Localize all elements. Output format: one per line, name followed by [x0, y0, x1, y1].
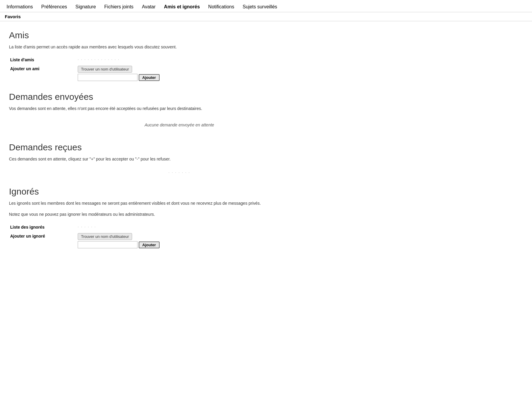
nav-favoris[interactable]: Favoris: [3, 13, 22, 20]
secondary-navigation: Favoris: [0, 12, 532, 21]
ignores-title: Ignorés: [9, 186, 350, 197]
nav-fichiers-joints[interactable]: Fichiers joints: [101, 2, 137, 12]
section-ignores: Ignorés Les ignorés sont les membres don…: [9, 186, 350, 250]
nav-sujets-surveilles[interactable]: Sujets surveillés: [239, 2, 281, 12]
nav-amis-et-ignores[interactable]: Amis et ignorés: [160, 2, 204, 12]
nav-avatar[interactable]: Avatar: [138, 2, 159, 12]
main-content: Amis La liste d'amis permet un accès rap…: [0, 21, 359, 265]
demandes-envoyees-title: Demandes envoyées: [9, 92, 350, 102]
liste-amis-label: Liste d'amis: [10, 57, 34, 62]
section-amis: Amis La liste d'amis permet un accès rap…: [9, 30, 350, 83]
top-navigation: Informations Préférences Signature Fichi…: [0, 0, 532, 12]
demandes-recues-placeholder: · · · · · · ·: [9, 167, 350, 178]
ajouter-ignore-row: Ajouter un ignoré Trouver un nom d'utili…: [9, 231, 350, 250]
amis-form-table: Liste d'amis · · · · · · · · · · · · · A…: [9, 55, 350, 83]
amis-description: La liste d'amis permet un accès rapide a…: [9, 44, 350, 50]
ajouter-ignore-label: Ajouter un ignoré: [10, 234, 45, 238]
liste-ignores-label: Liste des ignorés: [10, 225, 45, 230]
liste-ignores-value: · · · · · ·: [78, 224, 96, 229]
nav-notifications[interactable]: Notifications: [205, 2, 238, 12]
nav-informations[interactable]: Informations: [3, 2, 36, 12]
nav-preferences[interactable]: Préférences: [38, 2, 71, 12]
liste-amis-row: Liste d'amis · · · · · · · · · · · · ·: [9, 55, 350, 64]
ignores-description1: Les ignorés sont les membres dont les me…: [9, 200, 350, 207]
section-demandes-envoyees: Demandes envoyées Vos demandes sont en a…: [9, 92, 350, 133]
liste-ignores-row: Liste des ignorés · · · · · ·: [9, 222, 350, 231]
section-demandes-recues: Demandes reçues Ces demandes sont en att…: [9, 142, 350, 178]
amis-title: Amis: [9, 30, 350, 40]
find-username-ignore-button[interactable]: Trouver un nom d'utilisateur: [78, 233, 132, 240]
ami-username-input[interactable]: [78, 74, 137, 81]
ignores-form-table: Liste des ignorés · · · · · · Ajouter un…: [9, 222, 350, 250]
liste-amis-value: · · · · · · · · · · · · ·: [78, 57, 120, 62]
add-ignore-button[interactable]: Ajouter: [139, 241, 160, 248]
ignore-username-input[interactable]: [78, 241, 137, 248]
ajouter-ami-label: Ajouter un ami: [10, 66, 39, 71]
ignores-description2: Notez que vous ne pouvez pas ignorer les…: [9, 211, 350, 218]
find-username-ami-button[interactable]: Trouver un nom d'utilisateur: [78, 66, 132, 73]
demandes-envoyees-empty: Aucune demande envoyée en attente: [9, 117, 350, 133]
ajouter-ami-row: Ajouter un ami Trouver un nom d'utilisat…: [9, 64, 350, 83]
nav-signature[interactable]: Signature: [72, 2, 100, 12]
ajouter-ami-controls: Trouver un nom d'utilisateur Ajouter: [78, 66, 348, 81]
ajouter-ignore-controls: Trouver un nom d'utilisateur Ajouter: [78, 233, 348, 248]
demandes-recues-description: Ces demandes sont en attente, cliquez su…: [9, 156, 350, 162]
demandes-recues-title: Demandes reçues: [9, 142, 350, 152]
demandes-envoyees-description: Vos demandes sont en attente, elles n'on…: [9, 105, 350, 112]
add-ami-button[interactable]: Ajouter: [139, 74, 160, 81]
